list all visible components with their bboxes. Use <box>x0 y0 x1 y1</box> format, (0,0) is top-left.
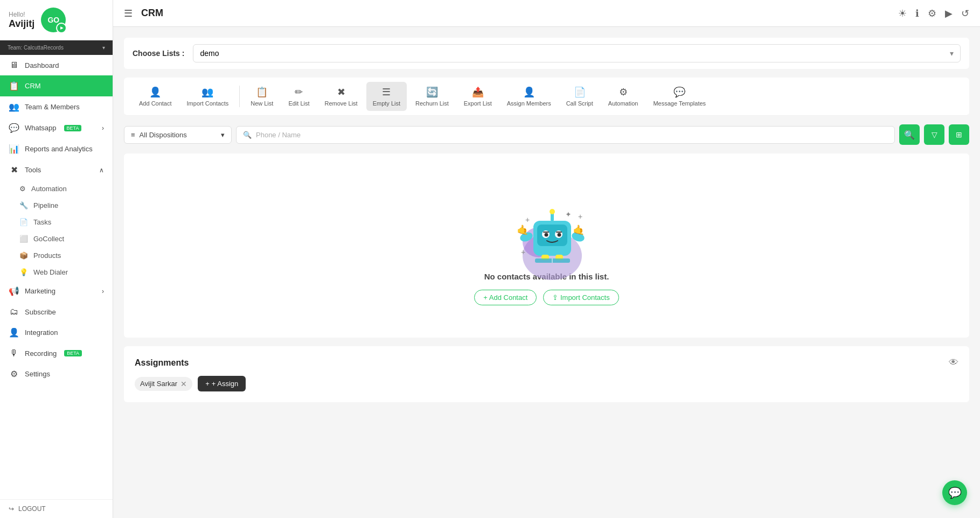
sidebar-item-gocollect[interactable]: ⬜ GoCollect <box>0 230 113 247</box>
disposition-dropdown[interactable]: ≡ All Dispositions ▾ <box>124 126 232 144</box>
sidebar-item-subscribe[interactable]: 🗂 Subscribe <box>0 302 113 322</box>
automation-icon: ⚙ <box>19 185 26 193</box>
remove-list-button[interactable]: ✖ Remove List <box>318 82 364 111</box>
hamburger-icon[interactable]: ☰ <box>124 8 133 19</box>
sidebar-item-tools[interactable]: ✖ Tools ∧ <box>0 159 113 180</box>
search-placeholder: Phone / Name <box>256 131 301 139</box>
empty-add-contact-button[interactable]: + Add Contact <box>474 290 537 305</box>
new-list-button[interactable]: 📋 New List <box>244 82 280 111</box>
svg-text:+: + <box>578 212 582 221</box>
svg-text:✦: ✦ <box>565 210 572 219</box>
web-dialer-icon: 💡 <box>19 268 28 276</box>
call-script-label: Call Script <box>566 100 593 107</box>
call-script-icon: 📄 <box>574 86 586 98</box>
list-dropdown[interactable]: demo ▾ <box>193 44 961 62</box>
filter-row: ≡ All Dispositions ▾ 🔍 Phone / Name 🔍 ▽ … <box>124 124 969 145</box>
sidebar-item-crm[interactable]: 📋 CRM <box>0 75 113 96</box>
assignments-eye-icon[interactable]: 👁 <box>949 357 958 368</box>
sidebar-item-reports[interactable]: 📊 Reports and Analytics <box>0 138 113 159</box>
sidebar-label-products: Products <box>33 251 61 260</box>
sidebar-item-whatsapp[interactable]: 💬 Whatsapp BETA › <box>0 117 113 138</box>
sidebar-item-recording[interactable]: 🎙 Recording BETA <box>0 343 113 363</box>
sidebar-label-recording: Recording <box>25 349 57 358</box>
assign-plus-icon: + <box>205 380 210 388</box>
sidebar-item-automation[interactable]: ⚙ Automation <box>0 180 113 197</box>
sidebar-item-dashboard[interactable]: 🖥 Dashboard <box>0 55 113 75</box>
assign-members-button[interactable]: 👤 Assign Members <box>501 82 558 111</box>
avatar-text: GO <box>47 16 59 24</box>
play-icon[interactable]: ▶ <box>945 8 953 19</box>
member-chip: Avijit Sarkar ✕ <box>135 377 192 391</box>
logout-button[interactable]: ↪ LOGOUT <box>0 499 113 518</box>
automation-action-icon: ⚙ <box>619 86 628 98</box>
add-contact-label: Add Contact <box>139 100 172 107</box>
assignments-header: Assignments 👁 <box>135 357 958 368</box>
assignment-members: Avijit Sarkar ✕ + + Assign <box>135 376 958 391</box>
add-contact-icon: 👤 <box>149 86 161 98</box>
sidebar-item-pipeline[interactable]: 🔧 Pipeline <box>0 197 113 214</box>
divider-1 <box>239 86 240 107</box>
sidebar-label-settings: Settings <box>25 370 50 378</box>
sidebar-item-team-members[interactable]: 👥 Team & Members <box>0 96 113 117</box>
greeting-text: Hello! <box>9 11 34 18</box>
new-list-icon: 📋 <box>256 86 268 98</box>
theme-icon[interactable]: ☀ <box>898 8 907 19</box>
assign-members-icon: 👤 <box>523 86 535 98</box>
chat-bubble[interactable]: 💬 <box>942 480 967 505</box>
empty-list-icon: ☰ <box>382 86 391 98</box>
sidebar-label-tasks: Tasks <box>33 218 51 226</box>
logout-label: LOGOUT <box>18 505 46 513</box>
settings-gear-icon[interactable]: ⚙ <box>928 8 936 19</box>
empty-state-actions: + Add Contact ⇪ Import Contacts <box>474 290 618 305</box>
import-contacts-button[interactable]: 👥 Import Contacts <box>180 82 235 111</box>
assign-label: + Assign <box>212 380 239 388</box>
search-button[interactable]: 🔍 <box>899 124 920 145</box>
avatar[interactable]: GO <box>41 8 66 32</box>
main-area: ☰ CRM ☀ ℹ ⚙ ▶ ↺ Choose Lists : demo ▾ 👤 … <box>113 0 980 518</box>
empty-illustration: 🤙 🤙 + + + ✦ <box>498 186 595 272</box>
call-script-button[interactable]: 📄 Call Script <box>560 82 600 111</box>
sidebar-item-tasks[interactable]: 📄 Tasks <box>0 214 113 230</box>
assign-members-label: Assign Members <box>507 100 551 107</box>
remove-list-label: Remove List <box>325 100 358 107</box>
message-templates-button[interactable]: 💬 Message Templates <box>647 82 712 111</box>
sidebar-item-products[interactable]: 📦 Products <box>0 247 113 264</box>
sidebar-header: Hello! Avijitj GO <box>0 0 113 40</box>
svg-point-7 <box>557 233 561 237</box>
add-contact-button[interactable]: 👤 Add Contact <box>133 82 178 111</box>
svg-point-6 <box>544 233 548 237</box>
sidebar-item-marketing[interactable]: 📢 Marketing › <box>0 281 113 302</box>
grid-view-button[interactable]: ⊞ <box>949 124 969 145</box>
svg-text:🤙: 🤙 <box>517 224 529 236</box>
svg-text:🤙: 🤙 <box>573 224 585 236</box>
sidebar-item-web-dialer[interactable]: 💡 Web Dialer <box>0 264 113 281</box>
rechurn-list-button[interactable]: 🔄 Rechurn List <box>409 82 455 111</box>
message-templates-label: Message Templates <box>653 100 706 107</box>
automation-button[interactable]: ⚙ Automation <box>602 82 645 111</box>
team-selector[interactable]: Team: CalcuttaRecords ▾ <box>0 40 113 55</box>
sidebar-item-settings[interactable]: ⚙ Settings <box>0 363 113 384</box>
chat-bubble-icon: 💬 <box>948 486 962 499</box>
disposition-label: All Dispositions <box>140 131 187 139</box>
member-remove-icon[interactable]: ✕ <box>180 380 187 388</box>
empty-list-button[interactable]: ☰ Empty List <box>366 82 407 111</box>
assign-button[interactable]: + + Assign <box>198 376 246 391</box>
whatsapp-expand-icon: › <box>102 124 104 132</box>
filter-button[interactable]: ▽ <box>924 124 944 145</box>
search-box[interactable]: 🔍 Phone / Name <box>236 126 895 144</box>
export-list-button[interactable]: 📤 Export List <box>457 82 498 111</box>
tools-icon: ✖ <box>9 165 19 175</box>
info-icon[interactable]: ℹ <box>915 8 919 19</box>
automation-label: Automation <box>608 100 638 107</box>
empty-import-contacts-button[interactable]: ⇪ Import Contacts <box>543 290 618 305</box>
team-label: Team: CalcuttaRecords <box>8 45 64 51</box>
edit-list-button[interactable]: ✏ Edit List <box>282 82 316 111</box>
marketing-icon: 📢 <box>9 286 19 296</box>
action-bar: 👤 Add Contact 👥 Import Contacts 📋 New Li… <box>124 78 969 116</box>
empty-add-contact-label: + Add Contact <box>483 293 527 302</box>
empty-list-label: Empty List <box>373 100 400 107</box>
sidebar-item-integration[interactable]: 👤 Integration <box>0 322 113 343</box>
refresh-icon[interactable]: ↺ <box>961 8 969 19</box>
content-area: Choose Lists : demo ▾ 👤 Add Contact 👥 Im… <box>113 27 980 518</box>
edit-list-icon: ✏ <box>295 86 303 98</box>
